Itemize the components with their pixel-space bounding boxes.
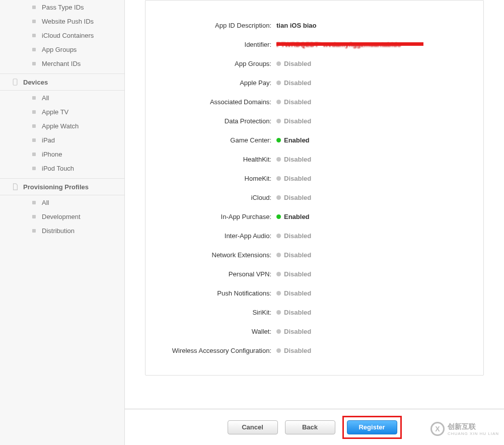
service-value: Disabled bbox=[276, 270, 311, 278]
service-status: Disabled bbox=[284, 194, 311, 201]
service-value: Disabled bbox=[276, 79, 311, 87]
bullet-icon bbox=[32, 167, 36, 170]
sidebar-item-website-push-ids[interactable]: Website Push IDs bbox=[12, 14, 119, 28]
sidebar-item-label: All bbox=[42, 94, 49, 102]
sidebar-item-apple-tv[interactable]: Apple TV bbox=[12, 105, 119, 119]
service-row: Inter-App Audio:Disabled bbox=[156, 226, 463, 245]
service-row: Game Center:Enabled bbox=[156, 130, 463, 150]
register-highlight-box: Register bbox=[342, 416, 402, 439]
sidebar-header-label: Provisioning Profiles bbox=[23, 183, 89, 191]
sidebar-item-ipad[interactable]: iPad bbox=[12, 133, 119, 147]
service-value: Disabled bbox=[276, 175, 311, 182]
service-value: Enabled bbox=[276, 213, 310, 220]
sidebar-item-label: iPad bbox=[42, 136, 55, 144]
bullet-icon bbox=[32, 153, 36, 156]
service-label: Game Center: bbox=[156, 136, 276, 144]
sidebar-item-provisioning-all[interactable]: All bbox=[12, 195, 119, 209]
status-disabled-icon bbox=[276, 119, 281, 123]
sidebar-item-development[interactable]: Development bbox=[12, 209, 119, 224]
sidebar-item-label: iCloud Containers bbox=[42, 32, 94, 39]
service-row: SiriKit:Disabled bbox=[156, 303, 463, 322]
service-row: HealthKit:Disabled bbox=[156, 150, 463, 169]
sidebar-item-iphone[interactable]: iPhone bbox=[12, 147, 119, 161]
service-value: Disabled bbox=[276, 289, 311, 297]
bullet-icon bbox=[32, 124, 36, 128]
sidebar-item-app-groups[interactable]: App Groups bbox=[12, 42, 119, 56]
sidebar-item-label: All bbox=[42, 199, 49, 206]
register-button[interactable]: Register bbox=[347, 420, 397, 434]
redaction-bar bbox=[276, 42, 423, 46]
service-row: App Groups:Disabled bbox=[156, 54, 463, 73]
bullet-icon bbox=[32, 20, 36, 23]
sidebar-header-devices[interactable]: Devices bbox=[0, 73, 124, 91]
status-disabled-icon bbox=[276, 81, 281, 85]
sidebar-item-apple-watch[interactable]: Apple Watch bbox=[12, 119, 119, 133]
sidebar-header-label: Devices bbox=[23, 79, 48, 86]
sidebar-item-merchant-ids[interactable]: Merchant IDs bbox=[12, 56, 119, 70]
bullet-icon bbox=[32, 215, 36, 218]
bullet-icon bbox=[32, 34, 36, 37]
status-disabled-icon bbox=[276, 291, 281, 295]
service-row: Associated Domains:Disabled bbox=[156, 92, 463, 111]
device-icon bbox=[12, 79, 18, 86]
service-value: Disabled bbox=[276, 347, 311, 354]
service-status: Disabled bbox=[284, 270, 311, 278]
service-label: SiriKit: bbox=[156, 309, 276, 316]
status-disabled-icon bbox=[276, 348, 281, 353]
service-row: In-App Purchase:Enabled bbox=[156, 207, 463, 226]
status-disabled-icon bbox=[276, 310, 281, 315]
bullet-icon bbox=[32, 48, 36, 51]
status-disabled-icon bbox=[276, 61, 281, 66]
cancel-button[interactable]: Cancel bbox=[228, 420, 278, 434]
service-row: Wallet:Disabled bbox=[156, 322, 463, 341]
status-disabled-icon bbox=[276, 329, 281, 334]
svg-rect-0 bbox=[13, 79, 17, 85]
service-row: HomeKit:Disabled bbox=[156, 169, 463, 188]
main-content: App ID Description: tian iOS biao Identi… bbox=[125, 0, 504, 445]
service-status: Disabled bbox=[284, 289, 311, 297]
service-status: Disabled bbox=[284, 232, 311, 240]
sidebar-item-ipod-touch[interactable]: iPod Touch bbox=[12, 161, 119, 175]
sidebar-group-devices: All Apple TV Apple Watch iPad iPhone iPo… bbox=[12, 91, 119, 175]
service-label: App Groups: bbox=[156, 60, 276, 67]
service-status: Disabled bbox=[284, 309, 311, 316]
service-label: Wallet: bbox=[156, 328, 276, 335]
status-disabled-icon bbox=[276, 100, 281, 104]
sidebar: Pass Type IDs Website Push IDs iCloud Co… bbox=[0, 0, 125, 445]
sidebar-item-label: Pass Type IDs bbox=[42, 4, 84, 11]
sidebar-item-label: Website Push IDs bbox=[42, 18, 94, 25]
sidebar-item-label: Apple Watch bbox=[42, 122, 79, 130]
bullet-icon bbox=[32, 6, 36, 9]
status-disabled-icon bbox=[276, 176, 281, 181]
service-row: Personal VPN:Disabled bbox=[156, 264, 463, 283]
bullet-icon bbox=[32, 96, 36, 100]
service-status: Disabled bbox=[284, 79, 311, 87]
service-value: Disabled bbox=[276, 328, 311, 335]
service-value: Disabled bbox=[276, 156, 311, 163]
service-label: Network Extensions: bbox=[156, 251, 276, 259]
service-status: Enabled bbox=[284, 136, 310, 144]
sidebar-header-provisioning[interactable]: Provisioning Profiles bbox=[0, 178, 124, 195]
service-status: Disabled bbox=[284, 117, 311, 125]
sidebar-item-pass-type-ids[interactable]: Pass Type IDs bbox=[12, 0, 119, 14]
sidebar-item-label: iPhone bbox=[42, 151, 62, 158]
service-label: Associated Domains: bbox=[156, 98, 276, 106]
sidebar-item-label: Merchant IDs bbox=[42, 60, 81, 67]
value-app-id-description: tian iOS biao bbox=[276, 22, 316, 29]
service-label: In-App Purchase: bbox=[156, 213, 276, 220]
status-disabled-icon bbox=[276, 272, 281, 276]
sidebar-group-provisioning: All Development Distribution bbox=[12, 195, 119, 238]
service-status: Disabled bbox=[284, 60, 311, 67]
service-label: HomeKit: bbox=[156, 175, 276, 182]
sidebar-item-label: App Groups bbox=[42, 46, 77, 53]
sidebar-item-icloud-containers[interactable]: iCloud Containers bbox=[12, 28, 119, 42]
status-disabled-icon bbox=[276, 195, 281, 200]
service-label: HealthKit: bbox=[156, 156, 276, 163]
service-label: Personal VPN: bbox=[156, 270, 276, 278]
service-status: Disabled bbox=[284, 347, 311, 354]
sidebar-item-devices-all[interactable]: All bbox=[12, 91, 119, 105]
back-button[interactable]: Back bbox=[285, 420, 335, 434]
sidebar-item-label: Development bbox=[42, 213, 81, 220]
service-status: Disabled bbox=[284, 251, 311, 259]
sidebar-item-distribution[interactable]: Distribution bbox=[12, 224, 119, 238]
